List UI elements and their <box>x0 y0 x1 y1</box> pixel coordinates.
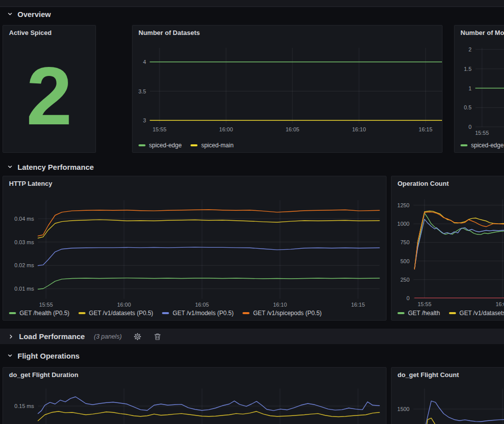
legend-label: GET /v1/datasets <box>460 310 504 317</box>
gear-icon[interactable] <box>134 333 142 341</box>
svg-text:0.03 ms: 0.03 ms <box>14 239 34 245</box>
models-legend: spiced-edge <box>460 142 504 149</box>
svg-text:4: 4 <box>143 59 146 65</box>
panel-title[interactable]: Number of Models <box>460 29 504 36</box>
stat-body: 2 <box>3 39 96 152</box>
top-toolbar-edge <box>0 0 504 7</box>
svg-text:16:05: 16:05 <box>286 126 300 132</box>
svg-text:0.15 ms: 0.15 ms <box>14 403 34 409</box>
panel-http-latency: HTTP Latency 15:5516:0016:0516:1016:150.… <box>2 176 386 321</box>
section-header-flight-operations[interactable]: Flight Operations <box>7 350 80 362</box>
section-title: Flight Operations <box>18 352 80 360</box>
legend-label: spiced-main <box>201 142 234 149</box>
section-title: Latency Performance <box>18 163 94 171</box>
panel-title[interactable]: Operation Count <box>398 180 449 187</box>
legend-item[interactable]: spiced-edge <box>138 142 182 149</box>
svg-text:16:15: 16:15 <box>351 302 365 308</box>
panel-title[interactable]: HTTP Latency <box>9 180 52 187</box>
section-title: Overview <box>18 10 51 18</box>
svg-text:1: 1 <box>468 85 472 91</box>
legend-item[interactable]: GET /health (P0.5) <box>9 310 70 317</box>
dashboard: { "sections": { "overview": {"label": "O… <box>0 0 504 424</box>
svg-text:16:00: 16:00 <box>117 302 131 308</box>
svg-text:15:55: 15:55 <box>39 302 53 308</box>
svg-text:16:10: 16:10 <box>352 126 366 132</box>
legend-swatch <box>190 144 198 146</box>
section-header-overview[interactable]: Overview <box>7 8 51 20</box>
legend-label: GET /v1/models (P0.5) <box>172 310 234 317</box>
svg-text:16:00: 16:00 <box>496 301 504 307</box>
legend-swatch <box>398 312 404 314</box>
legend-label: spiced-edge <box>471 142 504 149</box>
svg-text:16:00: 16:00 <box>219 126 233 132</box>
legend-swatch <box>242 312 250 314</box>
svg-text:1250: 1250 <box>398 202 410 208</box>
legend-label: GET /v1/datasets (P0.5) <box>89 310 154 317</box>
panel-title[interactable]: Active Spiced <box>9 29 52 36</box>
svg-text:250: 250 <box>400 277 410 283</box>
panel-count-note: (3 panels) <box>94 333 122 340</box>
legend-item[interactable]: spiced-edge <box>460 142 504 149</box>
panel-number-of-models: Number of Models 15:5516:0016:0516:1016:… <box>454 25 504 153</box>
legend-swatch <box>9 312 16 314</box>
chevron-down-icon <box>7 353 13 359</box>
operation-count-chart[interactable]: 15:5516:0016:0516:1016:15025050075010001… <box>392 176 504 320</box>
svg-text:0: 0 <box>468 124 472 130</box>
datasets-chart[interactable]: 15:5516:0016:0516:1016:1533.54 <box>132 25 442 152</box>
legend-label: GET /health (P0.5) <box>20 310 70 317</box>
panel-title[interactable]: do_get Flight Duration <box>9 371 78 379</box>
svg-text:0.04 ms: 0.04 ms <box>14 216 34 222</box>
svg-text:0.02 ms: 0.02 ms <box>14 262 34 268</box>
legend-item[interactable]: GET /health <box>398 310 440 317</box>
http-latency-legend: GET /health (P0.5)GET /v1/datasets (P0.5… <box>9 310 322 317</box>
svg-text:3.5: 3.5 <box>138 88 146 94</box>
legend-swatch <box>162 312 169 314</box>
panel-do-get-flight-duration: do_get Flight Duration 15:5516:0016:0516… <box>2 367 386 424</box>
legend-item[interactable]: GET /v1/datasets <box>449 310 504 317</box>
legend-item[interactable]: spiced-main <box>190 142 234 149</box>
legend-label: GET /v1/spicepods (P0.5) <box>253 310 322 317</box>
legend-swatch <box>78 312 86 314</box>
svg-text:1000: 1000 <box>398 221 410 227</box>
datasets-legend: spiced-edgespiced-main <box>138 142 234 149</box>
legend-swatch <box>460 144 468 146</box>
section-header-latency-performance[interactable]: Latency Performance <box>7 161 94 173</box>
operation-count-legend: GET /healthGET /v1/datasets <box>398 310 504 317</box>
svg-text:1500: 1500 <box>398 406 410 412</box>
svg-text:500: 500 <box>400 258 410 264</box>
http-latency-chart[interactable]: 15:5516:0016:0516:1016:150.01 ms0.02 ms0… <box>3 176 386 320</box>
svg-text:0.01 ms: 0.01 ms <box>14 286 34 292</box>
svg-text:2: 2 <box>468 46 472 52</box>
chevron-down-icon <box>7 11 13 17</box>
panel-do-get-flight-count: do_get Flight Count 15:5516:0016:0516:10… <box>391 367 504 424</box>
svg-text:15:55: 15:55 <box>475 130 489 136</box>
legend-label: spiced-edge <box>149 142 182 149</box>
panel-title[interactable]: Number of Datasets <box>138 29 200 36</box>
stat-value: 2 <box>26 55 72 137</box>
chevron-down-icon <box>7 164 13 170</box>
svg-text:16:15: 16:15 <box>418 126 432 132</box>
svg-text:1.5: 1.5 <box>464 66 472 72</box>
legend-item[interactable]: GET /v1/datasets (P0.5) <box>78 310 154 317</box>
legend-swatch <box>138 144 146 146</box>
svg-text:15:55: 15:55 <box>152 126 166 132</box>
panel-operation-count: Operation Count 15:5516:0016:0516:1016:1… <box>391 176 504 321</box>
svg-text:0.5: 0.5 <box>464 104 472 110</box>
panel-title[interactable]: do_get Flight Count <box>398 371 459 379</box>
svg-text:16:05: 16:05 <box>195 302 209 308</box>
panel-active-spiced: Active Spiced 2 <box>2 25 96 153</box>
svg-text:15:55: 15:55 <box>418 301 432 307</box>
svg-text:3: 3 <box>143 117 146 123</box>
legend-label: GET /health <box>408 310 440 317</box>
legend-item[interactable]: GET /v1/spicepods (P0.5) <box>242 310 322 317</box>
trash-icon[interactable] <box>154 333 162 341</box>
legend-item[interactable]: GET /v1/models (P0.5) <box>162 310 234 317</box>
panel-number-of-datasets: Number of Datasets 15:5516:0016:0516:101… <box>132 25 442 153</box>
svg-text:750: 750 <box>400 239 410 245</box>
chevron-right-icon <box>8 334 14 340</box>
models-chart[interactable]: 15:5516:0016:0516:1016:1500.511.52 <box>454 25 504 152</box>
svg-text:0: 0 <box>406 295 410 301</box>
section-header-load-performance[interactable]: Load Performance (3 panels) <box>0 329 504 344</box>
legend-swatch <box>449 312 456 314</box>
svg-text:16:10: 16:10 <box>273 302 287 308</box>
